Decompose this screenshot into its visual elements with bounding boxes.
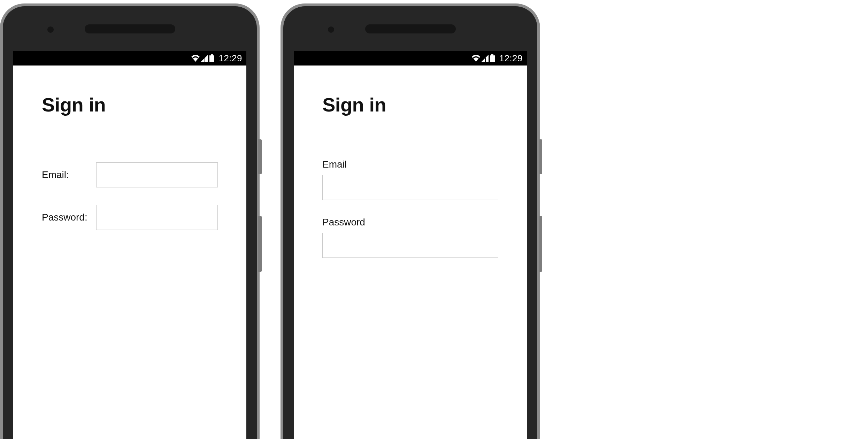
password-field[interactable] [322,233,498,258]
svg-rect-3 [490,55,495,62]
phone-body: 12:29 Sign in Email: Password: [3,6,257,439]
email-label: Email: [42,169,96,180]
password-label: Password: [42,212,96,223]
status-time: 12:29 [499,53,523,64]
battery-icon [490,54,495,62]
title-divider [42,124,218,124]
wifi-icon [472,55,480,62]
sign-in-form: Email Password [322,159,498,258]
power-button [539,139,542,174]
phone-frame-a: 12:29 Sign in Email: Password: [0,3,260,439]
status-time: 12:29 [218,53,242,64]
password-field[interactable] [96,205,218,230]
status-bar: 12:29 [13,51,246,66]
volume-button [258,216,262,272]
email-group: Email [322,159,498,200]
email-field[interactable] [96,162,218,187]
power-button [258,139,262,174]
phone-outer-shell: 12:29 Sign in Email Password [281,3,540,439]
earpiece-speaker [365,24,456,33]
camera-dot [328,26,334,33]
svg-rect-0 [211,54,213,55]
sign-in-form: Email: Password: [42,162,218,230]
volume-button [539,216,542,272]
cellular-icon [201,55,208,62]
page-title: Sign in [42,93,218,116]
password-group: Password [322,217,498,258]
wifi-icon [191,55,200,62]
sign-in-screen: Sign in Email: Password: [13,66,246,439]
screen: 12:29 Sign in Email Password [294,51,527,439]
email-label: Email [322,159,498,170]
password-row: Password: [42,205,218,230]
battery-icon [209,54,214,62]
phone-outer-shell: 12:29 Sign in Email: Password: [0,3,260,439]
password-label: Password [322,217,498,228]
svg-rect-1 [209,55,214,62]
email-row: Email: [42,162,218,187]
phone-body: 12:29 Sign in Email Password [283,6,537,439]
page-title: Sign in [322,93,498,116]
email-field[interactable] [322,175,498,200]
status-bar: 12:29 [294,51,527,66]
phone-frame-b: 12:29 Sign in Email Password [281,3,540,439]
sign-in-screen: Sign in Email Password [294,66,527,439]
cellular-icon [482,55,489,62]
screen: 12:29 Sign in Email: Password: [13,51,246,439]
earpiece-speaker [85,24,175,33]
camera-dot [47,26,54,33]
title-divider [322,124,498,124]
svg-rect-2 [491,54,493,55]
